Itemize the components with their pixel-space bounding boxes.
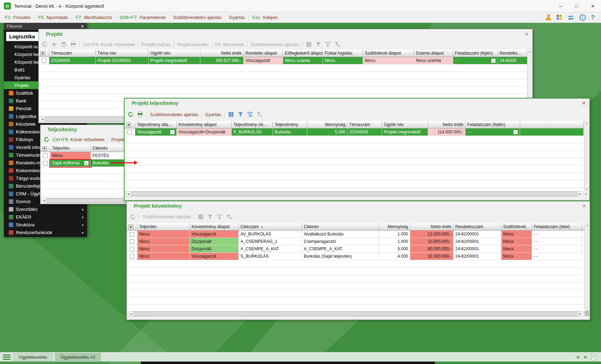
filter-icon[interactable] — [315, 41, 321, 48]
szallitorendeles-ajanlas-button[interactable]: Szállítórendelés ajánlás — [143, 214, 191, 219]
select-all-header[interactable] — [40, 145, 50, 152]
cell-cikkszam[interactable]: AV_BURKOLÁS — [239, 231, 302, 238]
select-all-header[interactable] — [39, 50, 49, 57]
delete-icon[interactable] — [61, 41, 67, 48]
cell-temaszam[interactable]: 20240003 — [49, 57, 96, 64]
select-all-header[interactable] — [125, 121, 135, 128]
scrollbar-thumb[interactable] — [131, 192, 577, 196]
sidebar-item[interactable]: EKÁER▸ — [4, 213, 87, 221]
refresh-icon[interactable] — [42, 41, 48, 48]
kosar-muveletek-button[interactable]: Ctrl+F6: Kosár műveletek — [83, 42, 135, 47]
scroll-up-icon[interactable]: ▲ — [586, 224, 589, 226]
dropdown-icon[interactable]: ▲ — [170, 130, 175, 134]
sidebar-item[interactable]: Struktúra▸ — [4, 221, 87, 228]
refresh-icon[interactable] — [130, 214, 136, 220]
scroll-tabs-right-icon[interactable]: » — [584, 354, 587, 360]
tab-ugyletkezeles[interactable]: Ügyletkezelés — [13, 353, 52, 361]
cell-rendelesszam[interactable]: 24-62/00001 — [453, 231, 501, 238]
column-chooser-icon[interactable] — [198, 214, 204, 220]
cell-kovetelmeny-allapot[interactable]: Visszaigazolt+Diszponált — [177, 128, 232, 136]
cell-netto-ertek[interactable]: 200.527.560,- — [200, 57, 244, 64]
scroll-down-icon[interactable]: ▼ — [586, 188, 588, 190]
cell-mennyiseg[interactable]: 1.000 — [379, 231, 410, 238]
cell-rendelesszam[interactable]: 24-62/00001 — [453, 245, 501, 253]
scroll-left-icon[interactable]: ◀ — [126, 193, 131, 195]
cell-fizikai-foglalas[interactable]: Nincs — [323, 57, 363, 64]
menubar-item-szallitorendeles[interactable]: Szállítórendelés ajánlás — [170, 14, 225, 21]
checkbox-icon[interactable] — [42, 58, 46, 63]
projekt-teljesitmeny-close-icon[interactable]: ✕ — [582, 100, 586, 106]
cell-cikknev[interactable]: Burkolás (Saját teljesítés) — [302, 253, 379, 260]
cell-ugyfel-nev[interactable]: Projekt megrendelő — [382, 128, 428, 136]
checkbox-icon[interactable] — [43, 153, 48, 158]
cell-teljesites[interactable]: Nincs — [137, 245, 190, 253]
column-header[interactable]: Rendelésszám — [453, 223, 501, 231]
checkbox-icon[interactable] — [130, 247, 134, 251]
checkbox-icon[interactable] — [130, 232, 134, 237]
kosar-muveletek-button[interactable]: Ctrl+F6: Kosár műveletek — [53, 137, 105, 142]
row-checkbox-cell[interactable] — [125, 128, 135, 136]
column-header[interactable]: Teljesítmény álla... — [135, 121, 177, 128]
apps-icon[interactable] — [557, 15, 562, 20]
print-icon[interactable] — [137, 111, 143, 118]
column-header[interactable]: Rendelés állapot — [244, 50, 283, 57]
row-checkbox-cell[interactable] — [40, 159, 50, 167]
cell-szallitolevel[interactable]: Nincs — [501, 245, 532, 253]
refresh-icon[interactable] — [43, 136, 50, 143]
menubar-item-gyartas[interactable]: Gyártás — [225, 14, 249, 21]
column-header[interactable]: Előlegbekérő állapot — [283, 50, 323, 57]
checkbox-icon[interactable] — [43, 161, 48, 165]
filter-clear-icon[interactable] — [334, 41, 340, 48]
column-header[interactable]: Témaszám — [49, 50, 96, 57]
row-checkbox-cell[interactable] — [127, 238, 137, 245]
column-header[interactable]: Mennyiség — [379, 223, 410, 231]
cell-cikknev[interactable]: Csemperagasztó — [302, 238, 379, 245]
vertical-scrollbar[interactable]: ▲▼ — [584, 223, 590, 313]
cell-netto-ertek[interactable]: 114.000.000,- — [428, 128, 465, 136]
checkbox-icon[interactable] — [130, 254, 134, 259]
dropdown-icon[interactable]: ▲ — [513, 130, 518, 134]
cell-mennyiseg[interactable]: 1.000 — [379, 238, 410, 245]
refresh-icon[interactable] — [127, 111, 134, 118]
scroll-left-icon[interactable]: ◀ — [128, 313, 133, 315]
column-header[interactable]: Számla állapot — [414, 50, 453, 57]
projekt-kezeles-button[interactable]: Projekt-kezelés — [177, 42, 208, 47]
column-header[interactable]: Teljesítmény cik... — [232, 121, 273, 128]
column-header[interactable]: Szállítólevél állapot — [363, 50, 414, 57]
szallitorendeles-ajanlas-button[interactable]: Szállítórendelés ajánlás — [150, 112, 198, 117]
info-icon[interactable] — [580, 14, 586, 21]
column-header[interactable]: Ügyfél név — [149, 50, 200, 57]
cell-feladatszam[interactable]: - - — [532, 238, 582, 245]
sidebar-item[interactable]: Szerződés▸ — [4, 205, 87, 213]
scroll-right-icon[interactable]: ▶ — [578, 313, 583, 315]
vertical-scrollbar[interactable]: ▲▼ — [584, 121, 589, 191]
cell-ugyfel-nev[interactable]: Projekt megrendelő — [149, 57, 200, 64]
help-icon[interactable] — [591, 14, 595, 21]
projekt-button[interactable]: Projekt — [111, 137, 125, 142]
cell-szallitolevel[interactable]: Nincs — [501, 238, 532, 245]
column-header[interactable]: Nettó érték — [200, 50, 244, 57]
menubar-item-frissites[interactable]: F2:Frissítés — [1, 14, 35, 21]
cell-mennyiseg[interactable]: 4.000 — [379, 253, 410, 260]
cell-feladatszam[interactable]: - -▲ — [465, 128, 520, 136]
menubar-item-kilepes[interactable]: Esc:Kilépés — [249, 14, 282, 21]
horizontal-scrollbar[interactable]: ◀▶ — [126, 191, 583, 196]
column-header[interactable]: Ügyfél név — [382, 121, 428, 128]
cell-netto-ertek[interactable]: 60.000.000,- — [410, 245, 453, 253]
table-row[interactable]: Nincs Visszaigazolt AV_BURKOLÁS Alvállal… — [127, 231, 584, 238]
cell-kovetelmeny-allapot[interactable]: Diszponált — [190, 238, 239, 245]
cell-cikkszam[interactable]: A_CSEMPE_A_KAT. — [239, 245, 302, 253]
cell-netto-ertek[interactable]: 32.000.000,- — [410, 253, 453, 260]
cell-teljesites[interactable]: Nincs — [50, 152, 91, 159]
menubar-item-nyomtatas[interactable]: F5:Nyomtatás — [35, 14, 72, 21]
filter-clear-icon[interactable] — [226, 214, 232, 220]
dropdown-icon[interactable]: ▲ — [491, 58, 496, 63]
cell-netto-ertek[interactable]: 12.000.000,- — [410, 231, 453, 238]
minimize-icon[interactable]: ─ — [552, 0, 569, 12]
hamburger-menu-icon[interactable] — [3, 354, 11, 360]
print-icon[interactable] — [70, 41, 76, 48]
cell-feladatszam[interactable]: - - — [532, 245, 582, 253]
cell-feladatszam[interactable]: - - — [532, 231, 582, 238]
add-icon[interactable] — [51, 41, 57, 48]
filter-edit-icon[interactable] — [325, 41, 331, 48]
